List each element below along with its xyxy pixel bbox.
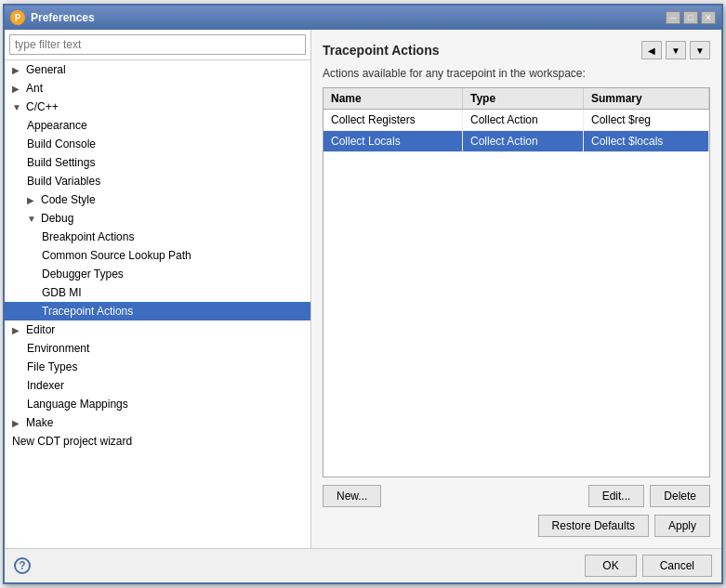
sidebar-item-general[interactable]: ▶ General: [5, 60, 310, 79]
sidebar-item-label: Make: [26, 416, 53, 429]
main-content: ▶ General ▶ Ant ▼ C/C++ Appearance: [5, 30, 721, 548]
filter-box: [5, 30, 310, 60]
preferences-window: P Preferences ─ □ ✕ ▶ General ▶: [3, 4, 723, 584]
sidebar-item-build-console[interactable]: Build Console: [5, 135, 310, 153]
sidebar-item-gdb-mi[interactable]: GDB MI: [5, 283, 310, 302]
sidebar-item-label: Ant: [26, 82, 43, 95]
sidebar-item-label: General: [26, 63, 66, 76]
sidebar-item-label: C/C++: [26, 100, 59, 113]
edit-button[interactable]: Edit...: [588, 485, 645, 507]
footer-bar: ? OK Cancel: [5, 548, 721, 582]
col-header-summary: Summary: [584, 88, 709, 109]
sidebar-item-code-style[interactable]: ▶ Code Style: [5, 190, 310, 209]
restore-defaults-button[interactable]: Restore Defaults: [538, 515, 649, 537]
sidebar-item-label: Build Console: [27, 137, 96, 150]
sidebar-item-build-variables[interactable]: Build Variables: [5, 172, 310, 190]
sidebar-item-label: Build Settings: [27, 156, 95, 169]
filter-input[interactable]: [9, 34, 306, 55]
col-header-name: Name: [323, 88, 463, 109]
window-controls: ─ □ ✕: [666, 11, 716, 24]
sidebar-item-label: Language Mappings: [27, 398, 128, 411]
actions-table: Name Type Summary Collect Registers Coll…: [323, 87, 710, 477]
toolbar-menu-button[interactable]: ▼: [690, 41, 710, 59]
ok-button[interactable]: OK: [585, 555, 636, 577]
sidebar-item-language-mappings[interactable]: Language Mappings: [5, 395, 310, 413]
btn-left-group: New...: [323, 485, 381, 507]
tree-container: ▶ General ▶ Ant ▼ C/C++ Appearance: [5, 60, 310, 548]
sidebar-item-cpp[interactable]: ▼ C/C++: [5, 98, 310, 116]
sidebar-item-label: Breakpoint Actions: [42, 230, 134, 243]
minimize-button[interactable]: ─: [666, 11, 680, 24]
panel-title: Tracepoint Actions: [323, 43, 440, 58]
table-header: Name Type Summary: [323, 88, 709, 110]
sidebar-item-label: Common Source Lookup Path: [42, 249, 191, 262]
sidebar-item-label: Appearance: [27, 119, 87, 132]
panel-header: Tracepoint Actions ◀ ▼ ▼: [323, 41, 710, 59]
expand-icon: ▼: [27, 214, 38, 224]
expand-icon: ▶: [12, 418, 23, 428]
cell-type: Collect Action: [463, 131, 584, 151]
cell-name: Collect Registers: [323, 110, 463, 130]
sidebar: ▶ General ▶ Ant ▼ C/C++ Appearance: [5, 30, 311, 548]
sidebar-item-breakpoint-actions[interactable]: Breakpoint Actions: [5, 228, 310, 246]
footer-right: OK Cancel: [585, 555, 712, 577]
maximize-button[interactable]: □: [683, 11, 698, 24]
table-row[interactable]: Collect Locals Collect Action Collect $l…: [323, 131, 709, 152]
sidebar-item-environment[interactable]: Environment: [5, 339, 310, 358]
expand-icon: ▶: [12, 325, 23, 335]
toolbar-back-button[interactable]: ◀: [641, 41, 662, 59]
sidebar-item-label: Editor: [26, 323, 55, 336]
cell-type: Collect Action: [463, 110, 584, 130]
cancel-button[interactable]: Cancel: [642, 555, 712, 577]
sidebar-item-make[interactable]: ▶ Make: [5, 413, 310, 432]
expand-icon: ▶: [12, 65, 23, 75]
restore-apply-row: Restore Defaults Apply: [323, 515, 710, 537]
sidebar-item-label: Debug: [41, 212, 73, 225]
footer-left: ?: [14, 557, 31, 574]
right-panel: Tracepoint Actions ◀ ▼ ▼ Actions availab…: [311, 30, 721, 548]
sidebar-item-new-cdt-project-wizard[interactable]: New CDT project wizard: [5, 432, 310, 451]
window-icon: P: [10, 10, 25, 25]
sidebar-item-editor[interactable]: ▶ Editor: [5, 320, 310, 339]
expand-icon: ▼: [12, 102, 23, 112]
sidebar-item-label: Tracepoint Actions: [42, 305, 133, 318]
sidebar-item-label: GDB MI: [42, 286, 82, 299]
sidebar-item-label: Code Style: [41, 193, 96, 206]
panel-description: Actions available for any tracepoint in …: [323, 67, 710, 80]
sidebar-item-ant[interactable]: ▶ Ant: [5, 79, 310, 98]
sidebar-item-common-source-lookup[interactable]: Common Source Lookup Path: [5, 246, 310, 265]
sidebar-item-label: Debugger Types: [42, 268, 124, 281]
sidebar-item-label: Build Variables: [27, 175, 100, 188]
col-header-type: Type: [463, 88, 584, 109]
sidebar-item-file-types[interactable]: File Types: [5, 358, 310, 376]
sidebar-item-label: Indexer: [27, 379, 64, 392]
cell-summary: Collect $reg: [584, 110, 709, 130]
delete-button[interactable]: Delete: [650, 485, 710, 507]
sidebar-item-debugger-types[interactable]: Debugger Types: [5, 265, 310, 283]
sidebar-item-label: File Types: [27, 360, 77, 373]
table-body: Collect Registers Collect Action Collect…: [323, 110, 709, 477]
sidebar-item-tracepoint-actions[interactable]: Tracepoint Actions: [5, 302, 310, 320]
cell-name: Collect Locals: [323, 131, 463, 151]
cell-summary: Collect $locals: [584, 131, 709, 151]
new-button[interactable]: New...: [323, 485, 381, 507]
sidebar-item-indexer[interactable]: Indexer: [5, 376, 310, 395]
expand-icon: ▶: [12, 84, 23, 94]
help-button[interactable]: ?: [14, 557, 31, 574]
bottom-buttons: New... Edit... Delete: [323, 485, 710, 507]
sidebar-item-label: Environment: [27, 342, 89, 355]
close-button[interactable]: ✕: [701, 11, 716, 24]
table-row[interactable]: Collect Registers Collect Action Collect…: [323, 110, 709, 131]
titlebar: P Preferences ─ □ ✕: [5, 6, 721, 30]
sidebar-item-build-settings[interactable]: Build Settings: [5, 153, 310, 172]
panel-toolbar: ◀ ▼ ▼: [641, 41, 710, 59]
sidebar-item-label: New CDT project wizard: [12, 435, 132, 448]
btn-right-group: Edit... Delete: [588, 485, 710, 507]
window-title: Preferences: [31, 11, 660, 24]
apply-button[interactable]: Apply: [654, 515, 710, 537]
sidebar-item-appearance[interactable]: Appearance: [5, 116, 310, 135]
toolbar-forward-button[interactable]: ▼: [666, 41, 686, 59]
sidebar-item-debug[interactable]: ▼ Debug: [5, 209, 310, 228]
expand-icon: ▶: [27, 195, 38, 205]
